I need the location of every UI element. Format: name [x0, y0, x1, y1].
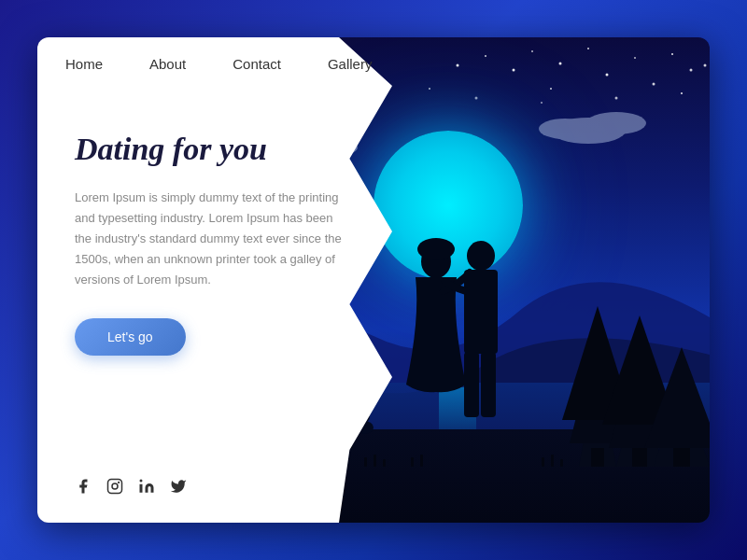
nav-about[interactable]: About	[149, 56, 186, 72]
svg-rect-52	[551, 455, 554, 467]
svg-rect-66	[464, 352, 479, 417]
nav-home[interactable]: Home	[65, 56, 103, 72]
svg-point-9	[671, 53, 673, 55]
svg-point-64	[467, 241, 495, 271]
svg-point-16	[704, 64, 707, 67]
social-bar	[75, 478, 187, 499]
svg-rect-46	[364, 457, 367, 467]
twitter-icon[interactable]	[170, 478, 187, 499]
svg-rect-67	[481, 352, 496, 417]
svg-point-22	[586, 112, 646, 134]
svg-rect-35	[591, 448, 604, 467]
cta-button[interactable]: Let's go	[75, 318, 186, 356]
svg-rect-65	[464, 270, 498, 354]
svg-point-72	[140, 480, 143, 483]
svg-point-23	[539, 119, 591, 139]
nav-gallery[interactable]: Gallery	[328, 56, 373, 72]
svg-rect-53	[560, 459, 563, 467]
couple-silhouette	[388, 235, 537, 441]
facebook-icon[interactable]	[75, 478, 92, 499]
svg-point-69	[112, 483, 118, 489]
svg-rect-47	[374, 455, 376, 467]
instagram-icon[interactable]	[106, 478, 123, 499]
navigation: Home About Contact Gallery	[65, 56, 682, 72]
svg-rect-51	[542, 457, 544, 467]
svg-rect-48	[383, 459, 386, 467]
svg-point-10	[690, 69, 693, 72]
linkedin-icon[interactable]	[138, 478, 155, 499]
svg-rect-42	[673, 448, 690, 467]
hero-heading: Dating for you	[75, 131, 345, 169]
hero-body-text: Lorem Ipsum is simply dummy text of the …	[75, 188, 345, 290]
hero-content: Dating for you Lorem Ipsum is simply dum…	[75, 131, 345, 356]
svg-point-70	[118, 482, 120, 483]
svg-rect-50	[420, 455, 423, 467]
svg-rect-71	[140, 484, 143, 493]
svg-rect-39	[632, 448, 647, 467]
nav-contact[interactable]: Contact	[233, 56, 281, 72]
svg-point-3	[531, 50, 533, 52]
svg-rect-68	[108, 480, 122, 494]
svg-rect-49	[411, 457, 414, 467]
svg-point-5	[587, 48, 589, 49]
main-card: Home About Contact Gallery Dating for yo…	[37, 37, 710, 523]
svg-point-6	[606, 74, 609, 77]
svg-point-63	[417, 238, 455, 260]
